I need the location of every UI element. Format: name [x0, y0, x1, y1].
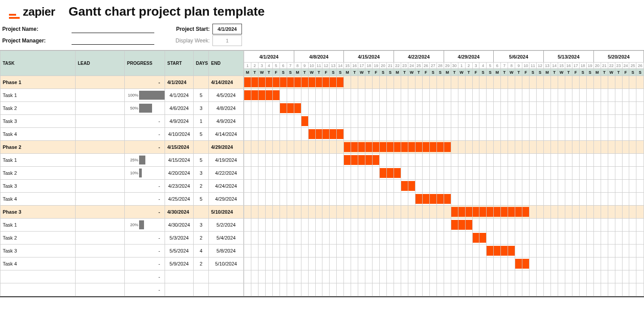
- gantt-row: [244, 270, 644, 283]
- gantt-bar-segment: [423, 142, 429, 152]
- task-row[interactable]: Task 1 100% 4/1/202454/5/2024: [0, 89, 244, 102]
- display-week-input[interactable]: 1: [212, 35, 242, 46]
- day-letter: W: [308, 69, 315, 76]
- day-letter: W: [258, 69, 265, 76]
- day-letter: T: [415, 69, 422, 76]
- task-row[interactable]: Task 3 - 4/9/202414/9/2024: [0, 115, 244, 128]
- gantt-bar-segment: [244, 77, 251, 87]
- day-letter: W: [508, 69, 515, 76]
- gantt-bar-segment: [458, 207, 465, 217]
- gantt-bar-segment: [437, 142, 444, 152]
- task-row[interactable]: Task 2 10% 4/20/202434/22/2024: [0, 167, 244, 180]
- gantt-bar-segment: [287, 77, 294, 87]
- task-row[interactable]: Task 3 - 5/5/202445/8/2024: [0, 245, 244, 257]
- gantt-bar-segment: [394, 142, 401, 152]
- gantt-bar-segment: [508, 207, 515, 217]
- phase-row[interactable]: Phase 2-4/15/20244/29/2024: [0, 141, 244, 154]
- week-header: 4/1/2024: [244, 51, 294, 63]
- gantt-row: [244, 102, 644, 115]
- task-row[interactable]: Task 2 50% 4/6/202434/8/2024: [0, 102, 244, 115]
- task-row[interactable]: Task 3 - 4/23/202424/24/2024: [0, 180, 244, 193]
- day-letter: T: [451, 69, 458, 76]
- gantt-bar-segment: [479, 207, 486, 217]
- gantt-row: [244, 245, 644, 257]
- day-number: 10: [522, 63, 530, 69]
- day-number: 24: [622, 63, 629, 69]
- day-letter: S: [537, 69, 544, 76]
- task-row[interactable]: -: [0, 270, 244, 283]
- gantt-bar-segment: [473, 233, 479, 243]
- project-manager-label: Project Manager:: [2, 38, 72, 44]
- day-number: 16: [565, 63, 572, 69]
- day-letter: M: [394, 69, 401, 76]
- gantt-bar-segment: [501, 207, 508, 217]
- gantt-bar-segment: [479, 233, 486, 243]
- day-letter: T: [601, 69, 608, 76]
- task-row[interactable]: Task 4 - 5/9/202425/10/2024: [0, 257, 244, 270]
- task-row[interactable]: Task 2 - 5/3/202425/4/2024: [0, 232, 244, 245]
- gantt-bar-segment: [423, 194, 429, 204]
- gantt-bar-segment: [351, 142, 358, 152]
- day-number: 27: [429, 63, 436, 69]
- gantt-bar-segment: [337, 129, 343, 139]
- task-row[interactable]: -: [0, 283, 244, 296]
- day-number: 19: [586, 63, 593, 69]
- day-number: 24: [408, 63, 415, 69]
- gantt-bar-segment: [451, 220, 458, 230]
- day-letter: S: [629, 69, 636, 76]
- week-header: 4/29/2024: [444, 51, 494, 63]
- col-start[interactable]: START: [165, 51, 194, 76]
- gantt-bar-segment: [358, 142, 365, 152]
- task-row[interactable]: Task 4 - 4/10/202454/14/2024: [0, 128, 244, 141]
- day-number: 30: [451, 63, 458, 69]
- week-header: 5/6/2024: [494, 51, 544, 63]
- week-header: 4/22/2024: [394, 51, 444, 63]
- gantt-bar-segment: [522, 207, 529, 217]
- day-number: 22: [608, 63, 615, 69]
- day-number: 25: [629, 63, 636, 69]
- col-lead[interactable]: LEAD: [76, 51, 125, 76]
- gantt-bar-segment: [251, 90, 258, 100]
- col-progress[interactable]: PROGRESS: [125, 51, 165, 76]
- gantt-bar-segment: [437, 194, 444, 204]
- gantt-bar-segment: [316, 77, 322, 87]
- day-letter: M: [244, 69, 251, 76]
- phase-row[interactable]: Phase 3-4/30/20245/10/2024: [0, 206, 244, 219]
- phase-row[interactable]: Phase 1-4/1/20244/14/2024: [0, 76, 244, 89]
- col-end[interactable]: END: [209, 51, 244, 76]
- day-number: 12: [537, 63, 544, 69]
- project-start-input[interactable]: 4/1/2024: [212, 24, 242, 34]
- day-number: 21: [387, 63, 394, 69]
- day-letter: T: [551, 69, 558, 76]
- day-letter: M: [294, 69, 301, 76]
- gantt-bar-segment: [515, 207, 522, 217]
- day-number: 7: [287, 63, 294, 69]
- gantt-row: [244, 76, 644, 89]
- day-number: 16: [351, 63, 358, 69]
- task-row[interactable]: Task 4 - 4/25/202454/29/2024: [0, 193, 244, 206]
- gantt-row: [244, 154, 644, 167]
- col-task[interactable]: TASK: [0, 51, 76, 76]
- task-row[interactable]: Task 1 20% 4/30/202435/2/2024: [0, 219, 244, 232]
- day-number: 8: [294, 63, 301, 69]
- col-days[interactable]: DAYS: [194, 51, 209, 76]
- day-letter: W: [608, 69, 615, 76]
- gantt-bar-segment: [337, 77, 343, 87]
- gantt-bar-segment: [351, 155, 358, 165]
- gantt-bar-segment: [273, 90, 280, 100]
- gantt-row: [244, 167, 644, 180]
- project-name-input[interactable]: [72, 25, 154, 33]
- day-number: 3: [258, 63, 265, 69]
- day-number: 20: [593, 63, 601, 69]
- gantt-bar-segment: [294, 77, 301, 87]
- gantt-bar-segment: [430, 142, 436, 152]
- gantt-bar-segment: [344, 155, 351, 165]
- day-number: 29: [444, 63, 451, 69]
- gantt-bar-segment: [466, 220, 472, 230]
- day-number: 13: [544, 63, 551, 69]
- task-row[interactable]: Task 1 25% 4/15/202454/19/2024: [0, 154, 244, 167]
- project-manager-input[interactable]: [72, 37, 154, 45]
- day-number: 14: [337, 63, 344, 69]
- gantt-bar-segment: [401, 181, 408, 191]
- gantt-bar-segment: [258, 77, 265, 87]
